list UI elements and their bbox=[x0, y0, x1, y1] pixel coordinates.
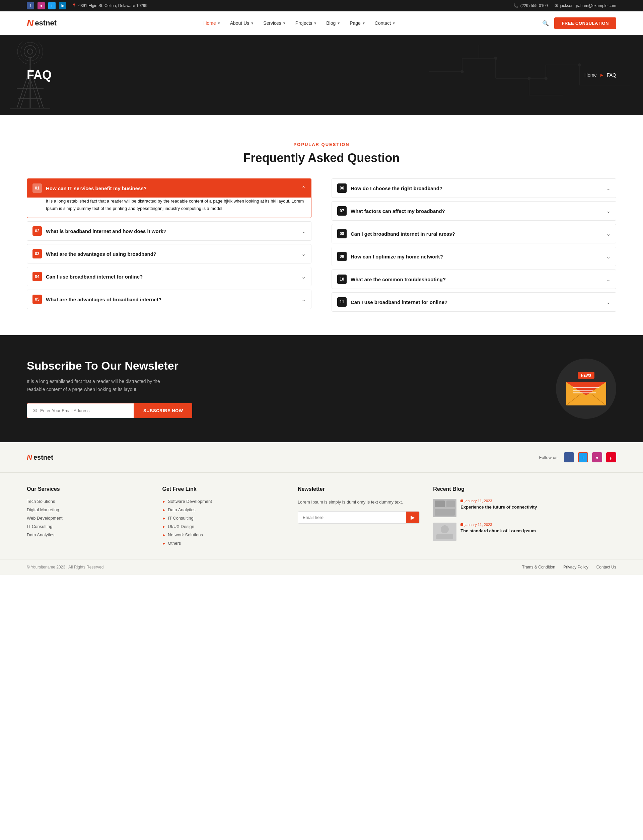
main-nav: Home ▼ About Us ▼ Services ▼ Projects ▼ … bbox=[203, 20, 395, 26]
faq-header[interactable]: 05 What are the advantages of broadband … bbox=[27, 290, 311, 309]
faq-item[interactable]: 08 Can I get broadband internet in rural… bbox=[331, 224, 616, 243]
contact-link[interactable]: Contact Us bbox=[596, 565, 616, 570]
footer-services-col: Our Services Tech Solutions Digital Mark… bbox=[27, 486, 149, 549]
faq-item[interactable]: 01 How can IT services benefit my busine… bbox=[27, 179, 312, 218]
nav-contact[interactable]: Contact ▼ bbox=[375, 20, 395, 26]
footer-service-link[interactable]: Web Development bbox=[27, 516, 149, 521]
news-graphic-circle: NEWS bbox=[556, 358, 616, 419]
svg-rect-44 bbox=[436, 534, 453, 539]
faq-header[interactable]: 06 How do I choose the right broadband? … bbox=[332, 179, 616, 197]
footer-free-link[interactable]: ► IT Consulting bbox=[162, 516, 284, 521]
footer-email-input[interactable] bbox=[298, 511, 406, 523]
faq-header[interactable]: 09 How can I optimize my home network? ⌄ bbox=[332, 247, 616, 266]
nav-projects[interactable]: Projects ▼ bbox=[295, 20, 317, 26]
logo[interactable]: N estnet bbox=[27, 18, 57, 28]
faq-header[interactable]: 02 What is broadband internet and how do… bbox=[27, 221, 311, 240]
breadcrumb-home: Home bbox=[584, 72, 597, 78]
faq-number: 02 bbox=[33, 226, 42, 236]
arrow-icon: ► bbox=[162, 508, 166, 512]
page-title: FAQ bbox=[27, 68, 52, 82]
location-icon: 📍 bbox=[72, 3, 77, 8]
chevron-down-icon: ▼ bbox=[313, 21, 317, 25]
faq-left-col: 01 How can IT services benefit my busine… bbox=[27, 179, 312, 315]
faq-header[interactable]: 03 What are the advantages of using broa… bbox=[27, 244, 311, 263]
twitter-icon[interactable]: t bbox=[48, 2, 55, 10]
faq-question: What factors can affect my broadband? bbox=[351, 208, 602, 214]
terms-link[interactable]: Trams & Condition bbox=[522, 565, 555, 570]
footer-service-link[interactable]: Digital Marketing bbox=[27, 507, 149, 512]
faq-number: 06 bbox=[337, 184, 347, 193]
svg-point-1 bbox=[24, 46, 36, 58]
footer-facebook-icon[interactable]: f bbox=[564, 452, 574, 462]
linkedin-icon[interactable]: in bbox=[59, 2, 66, 10]
chevron-down-icon: ▼ bbox=[250, 21, 254, 25]
faq-header[interactable]: 04 Can I use broadband internet for onli… bbox=[27, 267, 311, 286]
facebook-icon[interactable]: f bbox=[27, 2, 34, 10]
search-icon[interactable]: 🔍 bbox=[542, 20, 549, 26]
logo-icon: N bbox=[27, 18, 34, 28]
footer-service-link[interactable]: Data Analytics bbox=[27, 532, 149, 537]
chevron-down-icon: ▼ bbox=[392, 21, 395, 25]
nav-services[interactable]: Services ▼ bbox=[263, 20, 286, 26]
chevron-down-icon: ▼ bbox=[282, 21, 286, 25]
svg-point-0 bbox=[28, 49, 33, 54]
privacy-link[interactable]: Privacy Policy bbox=[563, 565, 588, 570]
faq-header[interactable]: 11 Can I use broadband internet for onli… bbox=[332, 293, 616, 311]
footer-instagram-icon[interactable]: ● bbox=[592, 452, 602, 462]
footer-service-link[interactable]: IT Consulting bbox=[27, 524, 149, 529]
svg-rect-41 bbox=[435, 509, 455, 516]
breadcrumb: Home ► FAQ bbox=[584, 72, 616, 78]
faq-question: Can I get broadband internet in rural ar… bbox=[351, 231, 602, 237]
faq-header[interactable]: 10 What are the common troubleshooting? … bbox=[332, 270, 616, 288]
faq-item[interactable]: 04 Can I use broadband internet for onli… bbox=[27, 267, 312, 286]
faq-item[interactable]: 09 How can I optimize my home network? ⌄ bbox=[331, 247, 616, 266]
section-label: POPULAR QUESTION bbox=[27, 142, 616, 147]
footer-logo[interactable]: N estnet bbox=[27, 453, 53, 462]
blog-item: january 11, 2023 Experience the future o… bbox=[433, 499, 616, 517]
newsletter-email-input[interactable] bbox=[40, 404, 128, 418]
nav-page[interactable]: Page ▼ bbox=[350, 20, 366, 26]
footer-free-link[interactable]: ► Data Analytics bbox=[162, 507, 284, 512]
faq-item[interactable]: 03 What are the advantages of using broa… bbox=[27, 244, 312, 264]
nav-blog[interactable]: Blog ▼ bbox=[326, 20, 340, 26]
footer-free-link[interactable]: ► Others bbox=[162, 541, 284, 546]
faq-item[interactable]: 10 What are the common troubleshooting? … bbox=[331, 270, 616, 289]
faq-item[interactable]: 11 Can I use broadband internet for onli… bbox=[331, 292, 616, 312]
blog-item: january 11, 2023 The standard chunk of L… bbox=[433, 523, 616, 541]
arrow-icon: ► bbox=[162, 516, 166, 520]
top-bar: f ● t in 📍 6391 Elgin St. Celina, Delawa… bbox=[0, 0, 643, 11]
faq-header[interactable]: 08 Can I get broadband internet in rural… bbox=[332, 224, 616, 243]
chevron-down-icon: ⌄ bbox=[606, 254, 610, 260]
footer-free-link[interactable]: ► Software Development bbox=[162, 499, 284, 504]
faq-question: How can IT services benefit my business? bbox=[46, 186, 297, 191]
instagram-icon[interactable]: ● bbox=[38, 2, 45, 10]
footer-free-link[interactable]: ► UI/UX Design bbox=[162, 524, 284, 529]
faq-question: Can I use broadband internet for online? bbox=[46, 274, 297, 280]
nav-about[interactable]: About Us ▼ bbox=[230, 20, 254, 26]
footer-email-form: ▶ bbox=[298, 511, 419, 524]
chevron-down-icon: ⌄ bbox=[606, 208, 610, 214]
address: 📍 6391 Elgin St. Celina, Delaware 10299 bbox=[72, 3, 147, 8]
svg-point-2 bbox=[21, 42, 39, 61]
footer-blog-title: Recent Blog bbox=[433, 486, 616, 492]
free-consultation-button[interactable]: FREE CONSULATION bbox=[554, 18, 616, 29]
footer-pinterest-icon[interactable]: p bbox=[606, 452, 616, 462]
footer-service-link[interactable]: Tech Solutions bbox=[27, 499, 149, 504]
faq-header[interactable]: 07 What factors can affect my broadband?… bbox=[332, 202, 616, 220]
faq-section: POPULAR QUESTION Frequently Asked Questi… bbox=[0, 115, 643, 335]
faq-grid: 01 How can IT services benefit my busine… bbox=[27, 179, 616, 315]
footer-free-link[interactable]: ► Network Solutions bbox=[162, 532, 284, 537]
footer-twitter-icon[interactable]: t bbox=[578, 452, 588, 462]
footer-bottom-links: Trams & Condition Privacy Policy Contact… bbox=[522, 565, 616, 570]
chevron-down-icon: ⌄ bbox=[302, 251, 306, 257]
subscribe-button[interactable]: SUBSCRIBE NOW bbox=[134, 403, 192, 418]
svg-rect-35 bbox=[573, 387, 599, 388]
nav-home[interactable]: Home ▼ bbox=[203, 20, 220, 26]
faq-item[interactable]: 05 What are the advantages of broadband … bbox=[27, 290, 312, 309]
breadcrumb-separator: ► bbox=[599, 72, 604, 78]
faq-item[interactable]: 06 How do I choose the right broadband? … bbox=[331, 179, 616, 198]
faq-item[interactable]: 07 What factors can affect my broadband?… bbox=[331, 201, 616, 221]
faq-header[interactable]: 01 How can IT services benefit my busine… bbox=[27, 179, 311, 197]
faq-item[interactable]: 02 What is broadband internet and how do… bbox=[27, 221, 312, 241]
footer-email-submit[interactable]: ▶ bbox=[406, 511, 419, 523]
